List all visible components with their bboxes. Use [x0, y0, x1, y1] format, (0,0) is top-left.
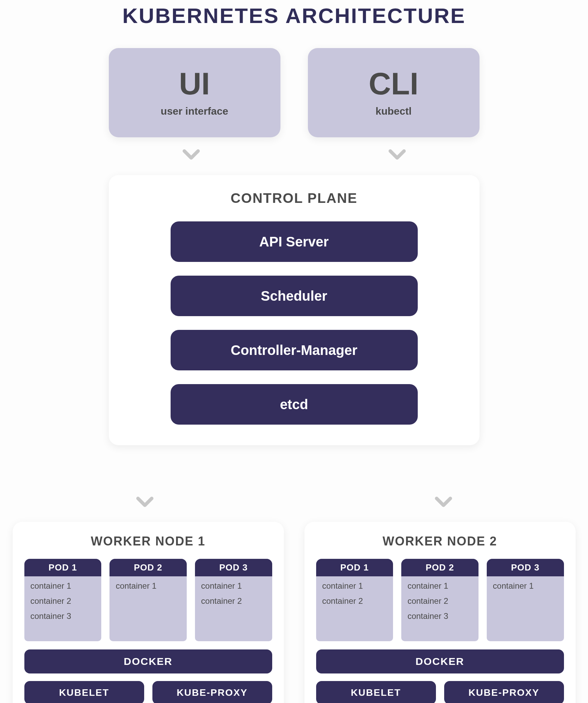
pod-title: POD 2 — [401, 559, 479, 576]
cp-component: API Server — [171, 221, 418, 262]
pod-title: POD 1 — [316, 559, 393, 576]
entry-cli-card: CLI kubectl — [308, 48, 480, 137]
worker-node-card: WORKER NODE 2POD 1container 1container 2… — [304, 522, 576, 703]
chevron-down-icon — [181, 144, 201, 166]
cp-component: Scheduler — [171, 276, 418, 316]
pod-title: POD 1 — [24, 559, 102, 576]
pod-card: POD 2container 1 — [109, 559, 187, 641]
entry-ui-card: UI user interface — [109, 48, 280, 137]
container-label: container 2 — [201, 593, 266, 609]
node-agent-pill: KUBELET — [24, 681, 144, 703]
container-label: container 2 — [407, 593, 472, 609]
chevron-down-icon — [387, 144, 407, 166]
container-label: container 1 — [201, 578, 266, 593]
control-plane-card: CONTROL PLANE API Server Scheduler Contr… — [109, 175, 480, 445]
pod-card: POD 1container 1container 2 — [316, 559, 393, 641]
container-label: container 2 — [31, 593, 95, 609]
pod-title: POD 3 — [487, 559, 564, 576]
node-agent-pill: KUBE-PROXY — [152, 681, 272, 703]
entry-cli-heading: CLI — [369, 68, 418, 99]
node-agent-pill: KUBE-PROXY — [444, 681, 564, 703]
container-label: container 1 — [407, 578, 472, 593]
pod-card: POD 2container 1container 2container 3 — [401, 559, 479, 641]
pod-title: POD 3 — [195, 559, 272, 576]
pod-card: POD 1container 1container 2container 3 — [24, 559, 102, 641]
container-label: container 1 — [322, 578, 387, 593]
diagram-title: KUBERNETES ARCHITECTURE — [0, 0, 588, 28]
cp-component: Controller-Manager — [171, 330, 418, 370]
chevron-down-icon — [135, 492, 155, 514]
entry-ui-sub: user interface — [161, 105, 228, 117]
pod-card: POD 3container 1 — [487, 559, 564, 641]
container-label: container 1 — [116, 578, 181, 593]
worker-node-title: WORKER NODE 2 — [316, 534, 564, 549]
worker-node-title: WORKER NODE 1 — [24, 534, 272, 549]
container-label: container 2 — [322, 593, 387, 609]
entry-cli-sub: kubectl — [376, 105, 412, 117]
node-agent-pill: KUBELET — [316, 681, 436, 703]
worker-node-card: WORKER NODE 1POD 1container 1container 2… — [13, 522, 284, 703]
entry-ui-heading: UI — [179, 68, 210, 99]
container-label: container 1 — [493, 578, 558, 593]
control-plane-title: CONTROL PLANE — [129, 191, 459, 206]
container-label: container 3 — [407, 609, 472, 624]
chevron-down-icon — [433, 492, 454, 514]
pod-title: POD 2 — [109, 559, 187, 576]
container-label: container 1 — [31, 578, 95, 593]
cp-component: etcd — [171, 384, 418, 425]
container-label: container 3 — [31, 609, 95, 624]
runtime-pill: DOCKER — [316, 649, 564, 673]
pod-card: POD 3container 1container 2 — [195, 559, 272, 641]
runtime-pill: DOCKER — [24, 649, 272, 673]
